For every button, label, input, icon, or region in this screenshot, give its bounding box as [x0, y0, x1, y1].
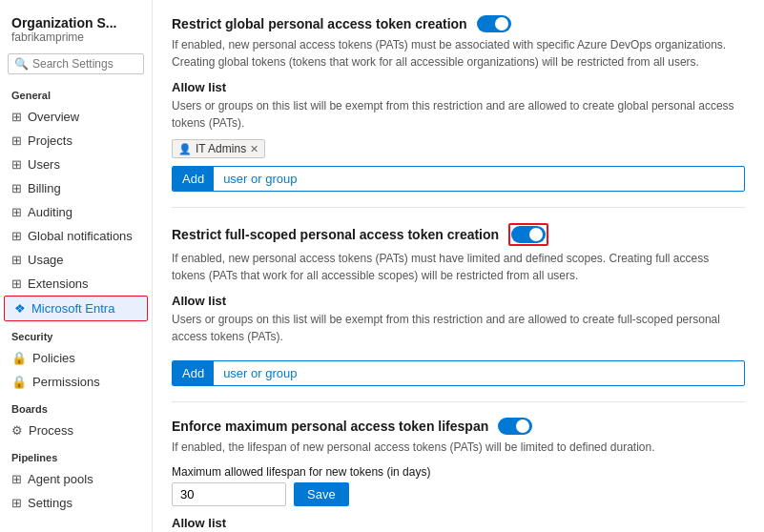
sidebar-item-billing[interactable]: ⊞ Billing [0, 176, 152, 200]
sidebar-item-label: Users [28, 157, 60, 172]
section-restrict-global-pat: Restrict global personal access token cr… [172, 0, 745, 208]
sidebar-item-label: Billing [28, 181, 61, 195]
org-title: Organization S... [11, 15, 140, 31]
section-title-restrict-full: Restrict full-scoped personal access tok… [172, 223, 745, 246]
tag-people-icon: 👤 [178, 143, 192, 155]
extensions-icon: ⊞ [11, 276, 22, 291]
sidebar-item-overview[interactable]: ⊞ Overview [0, 105, 152, 129]
sidebar-item-microsoft-entra[interactable]: ❖ Microsoft Entra [4, 296, 148, 321]
search-icon: 🔍 [14, 57, 29, 71]
section-desc-restrict-global: If enabled, new personal access tokens (… [172, 36, 745, 71]
auditing-icon: ⊞ [11, 205, 22, 219]
section-title-restrict-global: Restrict global personal access token cr… [172, 15, 745, 32]
allow-list-desc-1: Users or groups on this list will be exe… [172, 311, 745, 345]
input-row-lifespan: Save [172, 482, 745, 506]
sidebar-item-label: Projects [28, 133, 72, 148]
sidebar-item-label: Settings [28, 496, 72, 510]
users-icon: ⊞ [11, 157, 22, 172]
lifespan-input[interactable] [172, 482, 286, 506]
projects-icon: ⊞ [11, 133, 22, 148]
process-icon: ⚙ [11, 423, 23, 438]
org-subtitle: fabrikamprime [11, 31, 140, 44]
add-button-0[interactable]: Add user or group [172, 166, 745, 192]
allow-list-label-1: Allow list [172, 294, 745, 308]
sidebar-item-label: Overview [28, 110, 79, 124]
sidebar-item-process[interactable]: ⚙ Process [0, 419, 152, 442]
toggle-restrict-global[interactable] [477, 15, 511, 32]
sidebar-item-settings[interactable]: ⊞ Settings [0, 491, 152, 515]
add-text-1[interactable]: user or group [214, 361, 306, 385]
permissions-icon: 🔒 [11, 375, 27, 389]
sidebar-item-label: Agent pools [28, 472, 93, 486]
search-input[interactable] [32, 57, 137, 71]
section-desc-enforce-lifespan: If enabled, the lifespan of new personal… [172, 439, 745, 456]
usage-icon: ⊞ [11, 253, 22, 267]
sidebar-item-label: Permissions [32, 375, 100, 389]
sidebar-item-auditing[interactable]: ⊞ Auditing [0, 200, 152, 224]
add-button-1[interactable]: Add user or group [172, 360, 745, 386]
sidebar-item-policies[interactable]: 🔒 Policies [0, 346, 152, 370]
section-label-boards: Boards [0, 394, 152, 419]
section-title-enforce-lifespan: Enforce maximum personal access token li… [172, 418, 745, 435]
tag-close-icon[interactable]: ✕ [250, 143, 258, 155]
org-header: Organization S... fabrikamprime [0, 8, 152, 48]
sidebar-item-agent-pools[interactable]: ⊞ Agent pools [0, 467, 152, 491]
section-label-general: General [0, 80, 152, 105]
entra-icon: ❖ [14, 301, 26, 316]
tag-label: IT Admins [196, 142, 246, 155]
sidebar: Organization S... fabrikamprime 🔍 Genera… [0, 0, 153, 532]
sidebar-item-usage[interactable]: ⊞ Usage [0, 248, 152, 272]
sidebar-item-extensions[interactable]: ⊞ Extensions [0, 272, 152, 296]
sidebar-item-label: Usage [28, 253, 64, 267]
tag-row-0: 👤 IT Admins ✕ [172, 139, 745, 158]
section-desc-restrict-full: If enabled, new personal access tokens (… [172, 250, 745, 284]
add-label-0[interactable]: Add [173, 167, 214, 191]
toggle-restrict-full[interactable] [511, 226, 546, 243]
sidebar-item-users[interactable]: ⊞ Users [0, 153, 152, 176]
search-bar[interactable]: 🔍 [8, 53, 144, 74]
sidebar-item-projects[interactable]: ⊞ Projects [0, 129, 152, 153]
allow-list-label-2: Allow list [172, 516, 745, 530]
policies-icon: 🔒 [11, 351, 27, 365]
section-label-security: Security [0, 321, 152, 346]
sidebar-item-label: Process [29, 423, 73, 438]
sidebar-item-label: Global notifications [28, 229, 133, 243]
sidebar-item-label: Extensions [28, 276, 89, 291]
sidebar-item-label: Policies [32, 351, 75, 365]
sidebar-item-global-notifications[interactable]: ⊞ Global notifications [0, 224, 152, 248]
tag-it-admins: 👤 IT Admins ✕ [172, 139, 265, 158]
save-button[interactable]: Save [294, 482, 349, 506]
allow-list-desc-0: Users or groups on this list will be exe… [172, 97, 745, 132]
section-restrict-full-scoped: Restrict full-scoped personal access tok… [172, 208, 745, 402]
main-content: Restrict global personal access token cr… [153, 0, 764, 532]
section-label-pipelines: Pipelines [0, 442, 152, 467]
allow-list-label-0: Allow list [172, 80, 745, 94]
billing-icon: ⊞ [11, 181, 22, 195]
toggle-enforce-lifespan[interactable] [498, 418, 532, 435]
agent-pools-icon: ⊞ [11, 472, 22, 486]
sidebar-item-label: Auditing [28, 205, 72, 219]
notifications-icon: ⊞ [11, 229, 22, 243]
sidebar-item-label: Microsoft Entra [31, 301, 114, 316]
add-label-1[interactable]: Add [173, 361, 214, 385]
section-enforce-lifespan: Enforce maximum personal access token li… [172, 402, 745, 532]
add-text-0[interactable]: user or group [214, 167, 306, 191]
field-label-lifespan: Maximum allowed lifespan for new tokens … [172, 465, 745, 479]
sidebar-item-permissions[interactable]: 🔒 Permissions [0, 370, 152, 394]
settings-icon: ⊞ [11, 496, 22, 510]
overview-icon: ⊞ [11, 110, 22, 124]
toggle-highlight-box [508, 223, 548, 246]
